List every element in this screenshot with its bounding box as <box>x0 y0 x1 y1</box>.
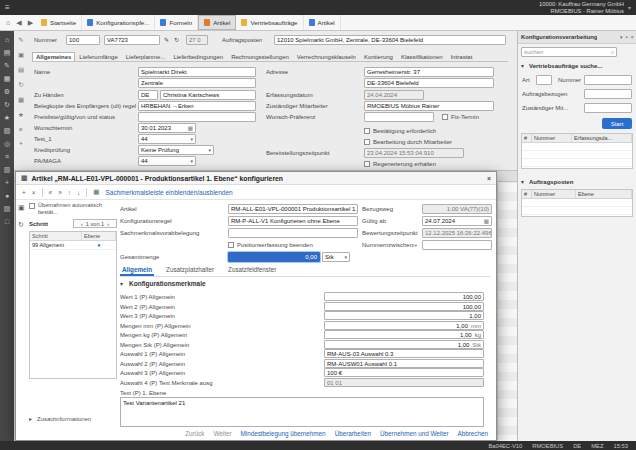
fixtermin-checkbox[interactable] <box>442 114 448 120</box>
sidebar-report-icon[interactable]: ▧ <box>4 127 11 134</box>
table-row[interactable] <box>522 159 632 167</box>
merkmal-input[interactable]: 100 € <box>324 368 484 377</box>
sidebar-folder-icon[interactable]: ▤ <box>4 49 11 56</box>
positionserfassung-checkbox[interactable] <box>228 242 234 248</box>
table-row[interactable] <box>522 207 632 215</box>
search-icon[interactable]: ⌕ <box>611 49 614 56</box>
uebernehmen-und-weiter-button[interactable]: Übernehmen und Weiter <box>380 430 449 437</box>
kreditpruefung-select[interactable]: Keine Prüfung▾ <box>138 145 214 155</box>
sidebar-box-icon[interactable]: □ <box>5 218 9 225</box>
nummernzwischenspeicher-input[interactable] <box>422 240 492 250</box>
add-icon[interactable]: + <box>19 140 23 147</box>
zusatzinformationen-toggle[interactable]: Zusatzinformationen <box>37 414 91 424</box>
close-icon[interactable]: × <box>631 34 634 40</box>
tab-zusatzfeldfenster[interactable]: Zusatzfeldfenster <box>226 266 278 276</box>
nummer-input[interactable] <box>584 75 632 85</box>
artikel-input[interactable]: RM-ALL-E01-VPL-000001 Produktionsartikel… <box>228 204 358 214</box>
delete-icon[interactable]: × <box>32 189 36 196</box>
pa-select[interactable]: 44▾ <box>138 156 196 166</box>
grid-icon[interactable]: ▦ <box>18 96 24 104</box>
tab-lieferumfaenge[interactable]: Lieferumfänge <box>75 52 121 61</box>
workbench-title[interactable]: Konfigurationsverarbeitung <box>521 34 597 40</box>
mindestbelegung-uebernehmen-button[interactable]: Mindestbelegung übernehmen <box>241 430 326 437</box>
panel-toggle-icon[interactable]: ▦ <box>93 188 99 196</box>
merkmal-input[interactable]: 1,00kg <box>324 330 484 339</box>
name-input-1[interactable]: Spielmarkt Direkt <box>138 67 256 77</box>
refresh-icon[interactable]: ↻ <box>18 81 23 89</box>
current-user[interactable]: RMOEBIUS - Rainer Möbius <box>539 8 624 15</box>
refresh-icon[interactable]: ↻ <box>18 221 25 229</box>
auftragsbezogen-input[interactable] <box>584 89 632 99</box>
chevron-down-icon[interactable]: ▾ <box>521 61 524 71</box>
merkmal-input[interactable]: 1,00 <box>324 311 484 320</box>
list-icon[interactable]: ≡ <box>19 126 23 133</box>
sidebar-list-icon[interactable]: ≡ <box>5 153 9 160</box>
sidebar-star-icon[interactable]: ★ <box>4 114 10 121</box>
gueltig-ab-input[interactable]: 24.07.2024▦ <box>422 216 492 226</box>
zurueck-button[interactable]: Zurück <box>185 430 204 437</box>
tab-artikel[interactable]: Artikel <box>198 15 236 30</box>
step-row[interactable]: 99 Allgemein ● <box>30 241 116 250</box>
folder-icon[interactable]: ▤ <box>18 66 24 74</box>
nummer-input[interactable]: 100 <box>66 35 100 45</box>
customer-input[interactable]: 12010 Spielmarkt GmbH, Zentrale, DE-3360… <box>274 35 506 45</box>
home-icon[interactable]: ⌂ <box>3 19 13 26</box>
plus-icon[interactable]: + <box>414 240 418 250</box>
pencil-icon[interactable]: ✎ <box>164 35 169 45</box>
tab-startseite[interactable]: Startseite <box>36 15 82 30</box>
regenerierung-checkbox[interactable] <box>364 161 370 167</box>
sidebar-record-icon[interactable]: ● <box>5 192 9 199</box>
merkmal-input[interactable]: 100,00 <box>324 292 484 301</box>
dialog-close-icon[interactable]: × <box>487 175 491 182</box>
import-icon[interactable]: ↑ <box>68 189 71 196</box>
refresh-icon[interactable]: ↻ <box>174 35 179 45</box>
ueberarbeiten-button[interactable]: Überarbeiten <box>335 430 371 437</box>
auftragsposten-section[interactable]: Auftragsposten <box>529 177 629 187</box>
merkmal-input[interactable]: 100,00 <box>324 302 484 311</box>
name-input-2[interactable]: Zentrale <box>138 78 256 88</box>
zu-haenden-code-input[interactable]: DE <box>138 90 158 100</box>
nav-back-icon[interactable]: ◀ <box>13 19 24 27</box>
star-icon[interactable]: ★ <box>18 111 24 119</box>
chevron-down-icon[interactable]: ▾ <box>620 34 623 40</box>
tab-kontierung[interactable]: Kontierung <box>360 52 397 61</box>
sidebar-refresh-icon[interactable]: ↻ <box>4 101 10 108</box>
merkmal-input[interactable]: 1,00Stk <box>324 340 484 349</box>
export-icon[interactable]: ↓ <box>77 189 80 196</box>
sidebar-home-icon[interactable]: ⌂ <box>5 36 9 43</box>
first-icon[interactable]: « <box>49 189 53 196</box>
mitarbeiter-input[interactable]: RMOEBIUS Möbius Rainer <box>364 101 494 111</box>
merkmal-input[interactable]: RM-AUSW01 Auswahl 0.1 <box>324 359 484 368</box>
chevron-down-icon[interactable]: ▾ <box>521 177 524 187</box>
tab-lieferplan[interactable]: Lieferplanme... <box>122 52 170 61</box>
sidebar-target-icon[interactable]: ◎ <box>4 140 10 147</box>
weiter-button[interactable]: Weiter <box>213 430 231 437</box>
chevron-down-icon[interactable]: ▾ <box>628 4 631 11</box>
auto-confirm-checkbox[interactable] <box>29 203 35 209</box>
calendar-icon[interactable]: ▦ <box>188 125 193 131</box>
prev-step-icon[interactable]: ‹ <box>81 221 83 227</box>
tab-allgemein[interactable]: Allgemein <box>120 266 154 276</box>
tab-vertriebsauftraege[interactable]: Vertriebsaufträge <box>236 15 303 30</box>
table-row[interactable] <box>522 151 632 159</box>
search-command-title[interactable]: Vertriebsaufträge suche... <box>529 61 633 71</box>
sidebar-edit-icon[interactable]: ✎ <box>4 62 10 69</box>
adresse-input-2[interactable]: DE-33604 Bielefeld <box>364 78 494 88</box>
tab-klassifikationen[interactable]: Klassifikationen <box>397 52 447 61</box>
preisliste-input[interactable] <box>138 112 256 122</box>
tab-lieferbedingungen[interactable]: Lieferbedingungen <box>169 52 227 61</box>
bearbeitung-checkbox[interactable] <box>364 139 370 145</box>
expand-icon[interactable]: ▸ <box>29 414 32 424</box>
tab-formeln[interactable]: Formeln <box>155 15 198 30</box>
sidebar-add-icon[interactable]: + <box>5 179 9 186</box>
abbrechen-button[interactable]: Abbrechen <box>458 430 488 437</box>
einheit-select[interactable]: Stk▾ <box>322 252 350 262</box>
zu-haenden-input[interactable]: Christina Kartschews <box>160 90 256 100</box>
search-results-table[interactable]: # Nummer Erfassungsda... <box>521 133 633 169</box>
tab-rechnungsstellungen[interactable]: Rechnungsstellungen <box>227 52 293 61</box>
tab-artikel-2[interactable]: Artikel <box>304 15 341 30</box>
text-merkmal-textarea[interactable]: Test Variantenartikel 21 <box>120 397 484 427</box>
copy-icon[interactable]: ▣ <box>18 204 25 212</box>
workbench-search-input[interactable]: suchen ⌕ <box>521 47 617 57</box>
praeferenz-input[interactable] <box>364 112 434 122</box>
